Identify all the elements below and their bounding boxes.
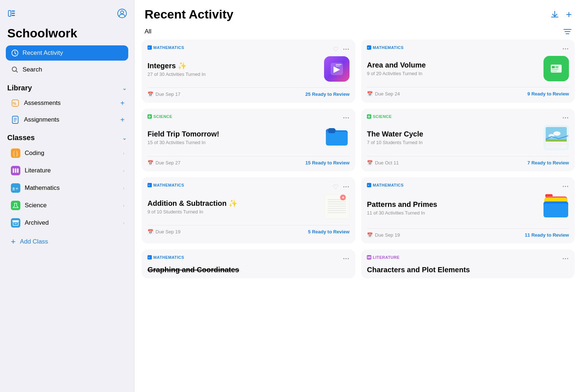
library-section[interactable]: Library ⌄ (6, 79, 128, 95)
assignments-label: Assignments (24, 116, 59, 123)
main-content: Recent Activity + All ≡ (134, 0, 582, 392)
svg-text:≡: ≡ (148, 256, 150, 259)
calendar-icon-3: 📅 (147, 160, 153, 166)
card-patterns[interactable]: ≡ MATHEMATICS ··· Patterns and Primes 11… (361, 177, 575, 244)
svg-point-5 (121, 11, 124, 14)
card-integers[interactable]: ≡ MATHEMATICS ♡ ··· Integers ✨ 27 of 30 … (142, 40, 355, 103)
svg-rect-17 (13, 168, 14, 173)
sidebar-item-assignments[interactable]: Assignments + (6, 112, 128, 128)
literature-icon (11, 166, 20, 175)
sidebar-item-coding[interactable]: { } Coding › (6, 145, 128, 162)
add-icon[interactable]: + (566, 9, 572, 20)
svg-rect-26 (12, 220, 19, 222)
heart-icon-addition[interactable]: ♡ (333, 183, 339, 191)
download-icon[interactable] (550, 10, 559, 19)
card-due-water: 📅 Due Oct 11 (367, 160, 399, 166)
nav-search[interactable]: Search (6, 62, 128, 77)
svg-text:÷: ÷ (16, 186, 18, 191)
card-title-patterns: Patterns and Primes (367, 200, 543, 209)
nav-recent-activity[interactable]: Recent Activity (6, 45, 128, 61)
card-subject-integers: ≡ MATHEMATICS (147, 45, 184, 50)
svg-rect-3 (12, 15, 15, 16)
card-review-patterns[interactable]: 11 Ready to Review (525, 232, 569, 238)
heart-icon-integers[interactable]: ♡ (333, 45, 339, 53)
card-review-field[interactable]: 15 Ready to Review (306, 160, 349, 166)
more-icon-area[interactable]: ··· (562, 45, 569, 53)
literature-chevron: › (123, 168, 125, 173)
svg-rect-51 (328, 128, 335, 133)
card-addition[interactable]: ≡ MATHEMATICS ♡ ··· Addition & Subtracti… (142, 177, 355, 244)
sidebar-item-mathematics[interactable]: ± ÷ Mathematics › (6, 180, 128, 196)
sidebar-item-literature[interactable]: Literature › (6, 162, 128, 179)
classes-section[interactable]: Classes ⌄ (6, 128, 128, 145)
card-characters[interactable]: LITERATURE ··· Characters and Plot Eleme… (361, 249, 575, 278)
card-review-addition[interactable]: 5 Ready to Review (308, 229, 349, 234)
svg-rect-59 (546, 142, 567, 148)
mathematics-label: Mathematics (25, 184, 60, 192)
sidebar: Schoolwork Recent Activity Search Librar… (0, 0, 134, 392)
card-review-area[interactable]: 9 Ready to Review (528, 91, 569, 97)
page-title: Recent Activity (145, 7, 233, 21)
card-field-trip[interactable]: ✿ SCIENCE ··· Field Trip Tomorrow! 15 of… (142, 109, 355, 171)
archived-icon (11, 218, 20, 228)
svg-rect-87 (370, 256, 371, 258)
card-title-field: Field Trip Tomorrow! (147, 130, 324, 138)
science-chevron: › (123, 203, 125, 208)
more-icon-water[interactable]: ··· (562, 114, 569, 122)
calendar-icon-5: 📅 (147, 229, 153, 234)
svg-rect-43 (555, 66, 558, 68)
svg-rect-18 (15, 168, 16, 173)
more-icon-patterns[interactable]: ··· (562, 183, 569, 191)
calendar-icon-2: 📅 (367, 91, 373, 97)
classes-heading: Classes (7, 134, 35, 142)
add-assessments-button[interactable]: + (120, 99, 125, 107)
add-assignments-button[interactable]: + (120, 116, 125, 124)
card-title-graphing: Graphing and Coordinates (147, 266, 349, 274)
card-review-integers[interactable]: 25 Ready to Review (306, 91, 349, 97)
literature-label: Literature (25, 167, 51, 174)
filter-icon[interactable] (563, 28, 572, 35)
card-subtitle-area: 9 of 20 Activities Turned In (367, 71, 543, 76)
card-graphing[interactable]: ≡ MATHEMATICS ··· Graphing and Coordinat… (142, 249, 355, 278)
card-title-water: The Water Cycle (367, 130, 543, 138)
more-icon-field[interactable]: ··· (343, 114, 349, 122)
coding-label: Coding (25, 150, 44, 157)
card-area-volume[interactable]: ≡ MATHEMATICS ··· Area and Volume 9 of 2… (361, 40, 575, 103)
more-icon-addition[interactable]: ··· (343, 183, 349, 191)
svg-text:≡: ≡ (368, 184, 369, 187)
svg-point-57 (553, 131, 561, 136)
coding-icon: { } (11, 148, 20, 158)
coding-chevron: › (123, 150, 125, 156)
sidebar-item-science[interactable]: Science › (6, 197, 128, 214)
calendar-icon-4: 📅 (367, 160, 373, 166)
add-class-button[interactable]: + Add Class (6, 233, 128, 250)
sidebar-item-archived[interactable]: Archived › (6, 215, 128, 231)
sidebar-item-assessments[interactable]: % Assessments + (6, 95, 128, 111)
header-icons: + (550, 9, 572, 20)
card-due-addition: 📅 Due Sep 19 (147, 229, 181, 234)
svg-text:%: % (13, 101, 16, 106)
card-water-cycle[interactable]: ✿ SCIENCE ··· The Water Cycle 7 of 10 St… (361, 109, 575, 171)
card-due-area: 📅 Due Sep 24 (367, 91, 400, 97)
filter-label: All (145, 28, 151, 35)
profile-icon[interactable] (117, 9, 127, 18)
science-label: Science (25, 202, 47, 209)
card-subject-area: ≡ MATHEMATICS (367, 45, 404, 50)
svg-text:±: ± (12, 186, 15, 191)
more-icon-integers[interactable]: ··· (343, 46, 349, 53)
svg-rect-25 (11, 218, 20, 228)
library-chevron: ⌄ (122, 85, 127, 91)
svg-text:{ }: { } (13, 151, 18, 156)
mathematics-chevron: › (123, 185, 125, 191)
sidebar-top-bar (6, 7, 128, 20)
svg-rect-50 (326, 132, 348, 146)
doc-icon (11, 115, 20, 124)
more-icon-graphing[interactable]: ··· (343, 255, 349, 263)
svg-text:≡: ≡ (148, 46, 150, 49)
more-icon-characters[interactable]: ··· (562, 255, 569, 263)
percent-icon: % (11, 99, 20, 107)
svg-text:≡: ≡ (368, 46, 369, 49)
sidebar-toggle-icon[interactable] (7, 9, 16, 18)
card-due-field: 📅 Due Sep 27 (147, 160, 181, 166)
card-review-water[interactable]: 7 Ready to Review (528, 160, 569, 166)
